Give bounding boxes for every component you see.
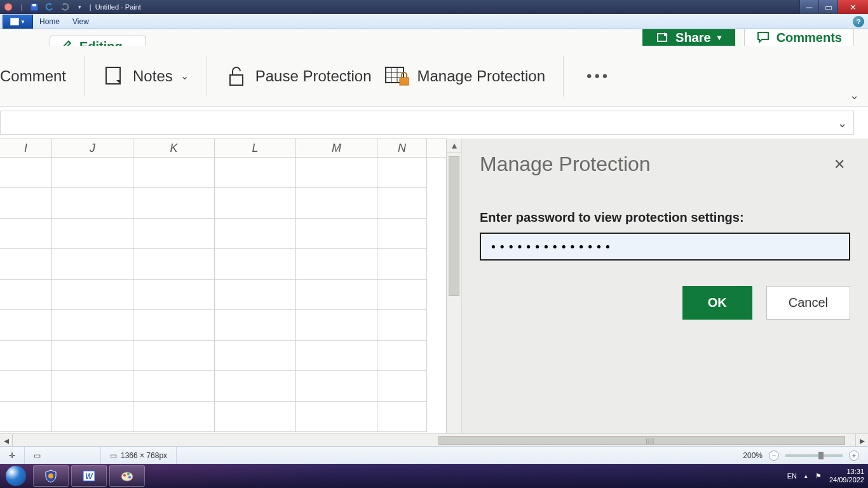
svg-rect-11 bbox=[400, 78, 409, 85]
manage-protection-panel: Manage Protection ✕ Enter password to vi… bbox=[461, 139, 868, 433]
svg-rect-2 bbox=[32, 4, 36, 6]
window-title: Untitled - Paint bbox=[95, 3, 141, 11]
customize-qat-icon[interactable]: ▾ bbox=[74, 1, 86, 13]
ribbon-collapse-icon[interactable]: ⌄ bbox=[850, 88, 859, 102]
zoom-level-label: 200% bbox=[743, 451, 763, 460]
selection-icon: ▭ bbox=[34, 451, 41, 460]
unlock-icon bbox=[225, 65, 248, 88]
svg-point-12 bbox=[48, 473, 53, 478]
spreadsheet-grid[interactable]: I J K L M N bbox=[0, 139, 446, 433]
taskbar-app-button[interactable] bbox=[109, 465, 145, 487]
scroll-left-icon[interactable]: ◂ bbox=[0, 434, 13, 446]
clock-date: 24/09/2022 bbox=[829, 476, 864, 484]
minimize-button[interactable]: ─ bbox=[799, 0, 818, 14]
ribbon-more-button[interactable]: ••• bbox=[575, 67, 621, 85]
paint-app-icon bbox=[3, 1, 14, 13]
ribbon-separator bbox=[207, 56, 207, 97]
taskbar-clock[interactable]: 13:31 24/09/2022 bbox=[829, 468, 864, 484]
separator-icon: | bbox=[20, 3, 22, 11]
paint-icon bbox=[120, 469, 134, 483]
share-label: Share bbox=[675, 30, 711, 45]
document-icon bbox=[10, 18, 19, 25]
start-button[interactable] bbox=[0, 464, 32, 488]
password-input[interactable] bbox=[480, 233, 850, 261]
note-icon bbox=[102, 65, 125, 88]
ribbon-manage-protection[interactable]: Manage Protection bbox=[378, 61, 552, 92]
svg-point-18 bbox=[128, 476, 131, 478]
cancel-button[interactable]: Cancel bbox=[766, 286, 850, 320]
maximize-button[interactable]: ▭ bbox=[818, 0, 837, 14]
cursor-position-cell: ✛ bbox=[0, 447, 25, 464]
close-button[interactable]: ✕ bbox=[837, 0, 868, 14]
column-header[interactable]: K bbox=[133, 139, 215, 157]
column-header[interactable]: I bbox=[0, 139, 52, 157]
column-header[interactable]: M bbox=[296, 139, 377, 157]
flag-icon[interactable]: ⚑ bbox=[815, 472, 822, 480]
ribbon-separator bbox=[84, 56, 85, 97]
selection-size-cell: ▭ bbox=[25, 447, 101, 464]
table-row[interactable] bbox=[0, 310, 446, 341]
system-tray: EN ▴ ⚑ 13:31 24/09/2022 bbox=[787, 464, 864, 488]
clock-time: 13:31 bbox=[829, 468, 864, 476]
table-row[interactable] bbox=[0, 158, 446, 188]
vertical-scrollbar[interactable]: ▴ bbox=[446, 139, 461, 433]
column-header[interactable]: L bbox=[215, 139, 296, 157]
menu-home[interactable]: Home bbox=[33, 17, 66, 26]
ribbon-manage-protection-label: Manage Protection bbox=[417, 67, 545, 85]
redo-icon[interactable] bbox=[59, 1, 71, 13]
scroll-up-icon[interactable]: ▴ bbox=[447, 139, 461, 152]
language-indicator[interactable]: EN bbox=[787, 472, 797, 480]
table-row[interactable] bbox=[0, 188, 446, 219]
column-header[interactable]: J bbox=[52, 139, 133, 157]
chevron-down-icon: ⌄ bbox=[180, 70, 189, 82]
paint-file-button[interactable]: ▼ bbox=[3, 15, 33, 29]
paint-canvas[interactable]: Editing ⌄ Share ▾ Comments Comment Notes… bbox=[0, 29, 868, 446]
ribbon-pause-protection[interactable]: Pause Protection bbox=[219, 61, 378, 92]
scroll-thumb[interactable] bbox=[438, 436, 845, 445]
table-row[interactable] bbox=[0, 371, 446, 402]
ribbon-new-comment-label: Comment bbox=[0, 67, 66, 85]
canvas-size-icon: ▭ bbox=[110, 451, 117, 460]
scroll-right-icon[interactable]: ▸ bbox=[855, 434, 868, 446]
paint-status-bar: ✛ ▭ ▭ 868 × 488px 200% − + bbox=[0, 446, 868, 464]
zoom-slider[interactable] bbox=[785, 454, 843, 457]
panel-close-button[interactable]: ✕ bbox=[829, 154, 850, 175]
ribbon-notes[interactable]: Notes ⌄ bbox=[96, 61, 195, 92]
ok-button[interactable]: OK bbox=[682, 286, 752, 320]
tray-expand-icon[interactable]: ▴ bbox=[804, 473, 808, 479]
formula-expand-icon[interactable]: ⌄ bbox=[837, 116, 847, 130]
svg-point-17 bbox=[127, 473, 130, 475]
table-row[interactable] bbox=[0, 249, 446, 280]
zoom-in-button[interactable]: + bbox=[849, 451, 859, 461]
word-icon: W bbox=[82, 469, 96, 483]
table-row[interactable] bbox=[0, 280, 446, 310]
scroll-thumb[interactable] bbox=[449, 156, 459, 296]
formula-bar[interactable]: ⌄ bbox=[0, 111, 854, 135]
panel-title: Manage Protection bbox=[480, 152, 651, 176]
undo-icon[interactable] bbox=[44, 1, 55, 13]
windows-taskbar: W EN ▴ ⚑ 13:31 24/09/2022 bbox=[0, 464, 868, 488]
share-icon bbox=[656, 31, 669, 44]
scroll-grip-icon: |||| bbox=[646, 438, 654, 444]
paint-menubar: ▼ Home View ? bbox=[0, 14, 868, 29]
zoom-slider-thumb[interactable] bbox=[818, 452, 824, 459]
excel-ribbon: Comment Notes ⌄ Pause Protection Manage … bbox=[0, 46, 868, 107]
chevron-down-icon: ▾ bbox=[717, 33, 721, 42]
taskbar-app-button[interactable] bbox=[33, 465, 69, 487]
excel-body: I J K L M N ▴ bbox=[0, 139, 868, 433]
zoom-out-button[interactable]: − bbox=[769, 451, 779, 461]
svg-text:W: W bbox=[85, 472, 93, 481]
ribbon-separator bbox=[563, 56, 564, 97]
ribbon-new-comment[interactable]: Comment bbox=[0, 64, 72, 89]
grid-rows bbox=[0, 158, 446, 432]
table-row[interactable] bbox=[0, 402, 446, 432]
taskbar-app-button[interactable]: W bbox=[71, 465, 107, 487]
table-row[interactable] bbox=[0, 219, 446, 249]
menu-view[interactable]: View bbox=[66, 17, 95, 26]
horizontal-scrollbar[interactable]: ◂ |||| ▸ bbox=[0, 433, 868, 446]
help-icon[interactable]: ? bbox=[853, 16, 864, 27]
column-header[interactable]: N bbox=[377, 139, 427, 157]
table-row[interactable] bbox=[0, 341, 446, 371]
svg-point-15 bbox=[121, 472, 133, 481]
save-icon[interactable] bbox=[29, 1, 40, 13]
